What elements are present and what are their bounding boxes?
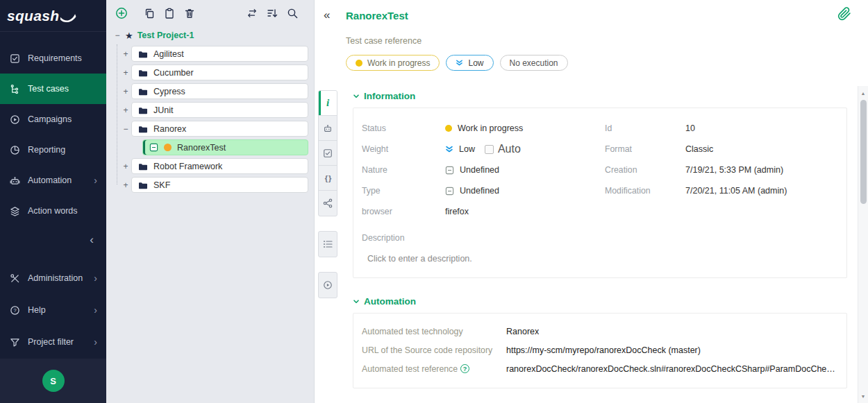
weight-value[interactable]: Low (445, 144, 475, 154)
section-title: Automation (364, 296, 416, 307)
id-value: 10 (685, 123, 695, 133)
tab-links[interactable] (319, 191, 337, 216)
tab-verification[interactable] (319, 141, 337, 166)
expand-icon[interactable]: + (120, 162, 131, 171)
vertical-scrollbar[interactable]: ▲ ▼ (858, 86, 868, 403)
sort-icon[interactable] (265, 6, 279, 20)
expand-icon[interactable]: + (120, 105, 131, 115)
field-type: Type Undefined (362, 180, 605, 201)
sidebar-item-label: Test cases (28, 84, 69, 94)
tree-node-label: Cypress (153, 87, 185, 96)
sidebar-item-label: Requirements (28, 53, 82, 63)
status-value[interactable]: Work in progress (445, 123, 523, 133)
automation-section-header[interactable]: Automation (353, 296, 847, 307)
collapse-expander[interactable]: − (112, 31, 123, 40)
information-section-header[interactable]: Information (353, 91, 847, 101)
tree-node-junit[interactable]: JUnit (131, 102, 308, 118)
tab-steps[interactable] (319, 232, 337, 257)
sidebar-collapse-button[interactable]: ‹ (0, 226, 106, 254)
checkbox-icon[interactable] (485, 145, 494, 154)
expand-icon[interactable]: + (120, 87, 131, 96)
sidebar-item-test-cases[interactable]: Test cases (0, 74, 106, 104)
weight-auto-checkbox[interactable]: Auto (485, 143, 521, 155)
add-icon[interactable] (115, 6, 128, 20)
collapse-panel-button[interactable]: « (324, 8, 330, 22)
section-title: Information (364, 91, 415, 101)
tree-node-ranorex[interactable]: Ranorex (131, 121, 308, 137)
automation-section: Automation Automated test technology Ran… (353, 296, 847, 388)
weight-pill[interactable]: Low (446, 55, 493, 71)
nature-value[interactable]: Undefined (445, 165, 499, 175)
user-avatar[interactable]: S (42, 370, 65, 392)
field-test-reference: Automated test reference ? ranorexDocChe… (362, 359, 838, 378)
expand-icon[interactable]: + (120, 180, 131, 190)
tree-node-robot-framework[interactable]: Robot Framework (131, 158, 308, 174)
tab-information[interactable]: i (319, 91, 337, 116)
expand-icon[interactable]: + (120, 49, 131, 59)
tree-toolbar (106, 0, 314, 26)
help-icon: ? (9, 305, 20, 316)
test-technology-value[interactable]: Ranorex (506, 327, 539, 336)
folder-icon (138, 162, 148, 171)
app-logo[interactable]: squash (0, 0, 106, 32)
tree-row: + JUnit (106, 101, 314, 119)
field-weight: Weight Low Auto (362, 139, 605, 160)
tree-node-skf[interactable]: SKF (131, 177, 308, 193)
scm-url-value[interactable]: https://my-scm/myrepo/ranorexDocCheck (m… (506, 345, 701, 355)
tree-node-label: Cucumber (153, 68, 194, 78)
tab-executions[interactable] (319, 273, 337, 298)
sidebar-item-administration[interactable]: Administration › (0, 262, 106, 294)
description-editor[interactable]: Click to enter a description. (367, 254, 838, 264)
reporting-icon (9, 144, 20, 155)
field-label: Status (362, 123, 445, 133)
collapse-expander[interactable]: − (120, 124, 131, 134)
folder-icon (138, 181, 148, 189)
sidebar-item-automation[interactable]: Automation › (0, 165, 106, 196)
sidebar-item-reporting[interactable]: Reporting (0, 135, 106, 165)
status-pill[interactable]: Work in progress (346, 55, 440, 71)
tab-parameters[interactable]: { } (319, 166, 337, 191)
auto-label: Auto (498, 143, 521, 155)
tree-node-label: Robot Framework (153, 162, 222, 171)
help-question-icon[interactable]: ? (460, 364, 469, 373)
status-dot-icon (356, 60, 362, 67)
folder-icon (138, 69, 148, 77)
tree-guide-line (117, 44, 117, 185)
automation-card: Automated test technology Ranorex URL of… (353, 313, 847, 388)
sidebar-item-project-filter[interactable]: Project filter › (0, 326, 106, 358)
tree-root-project[interactable]: − ★ Test Project-1 (106, 26, 314, 44)
test-cases-icon (9, 83, 20, 94)
tree-node-cucumber[interactable]: Cucumber (131, 65, 308, 80)
swap-arrows-icon[interactable] (245, 6, 259, 20)
tree-node-cypress[interactable]: Cypress (131, 83, 308, 99)
sidebar-item-campaigns[interactable]: Campaigns (0, 104, 106, 135)
tab-automation[interactable] (319, 116, 337, 141)
tree-node-ranorextest-selected[interactable]: RanorexTest (142, 139, 308, 155)
weight-chevrons-icon (456, 59, 463, 67)
delete-icon[interactable] (183, 6, 197, 20)
tree-row: + Cucumber (106, 63, 314, 82)
attachments-paperclip-icon[interactable] (837, 6, 851, 22)
tree-node-agilitest[interactable]: Agilitest (131, 46, 308, 62)
test-reference-value[interactable]: ranorexDocCheck/ranorexDocCheck.sln#rano… (506, 364, 838, 374)
paste-icon[interactable] (162, 6, 176, 20)
copy-icon[interactable] (142, 6, 156, 20)
search-icon[interactable] (285, 6, 299, 20)
sidebar-item-requirements[interactable]: Requirements (0, 43, 106, 74)
type-value[interactable]: Undefined (445, 186, 499, 196)
scroll-up-arrow[interactable]: ▲ (858, 88, 868, 98)
checkbox-icon (323, 148, 333, 158)
field-label: Automated test reference ? (362, 364, 506, 374)
scroll-down-arrow[interactable]: ▼ (858, 391, 868, 401)
sidebar-item-action-words[interactable]: Action words (0, 196, 106, 226)
test-case-tree-panel: − ★ Test Project-1 + Agilitest + Cucumbe… (106, 0, 315, 403)
svg-text:?: ? (13, 307, 16, 314)
execution-pill[interactable]: No execution (500, 55, 568, 71)
field-label: Modification (605, 186, 685, 196)
expand-icon[interactable]: + (120, 68, 131, 78)
scrollbar-thumb[interactable] (860, 100, 867, 204)
browser-value[interactable]: firefox (445, 207, 469, 216)
folder-icon (138, 87, 148, 96)
chevron-right-icon: › (94, 336, 97, 348)
sidebar-item-help[interactable]: ? Help › (0, 294, 106, 326)
